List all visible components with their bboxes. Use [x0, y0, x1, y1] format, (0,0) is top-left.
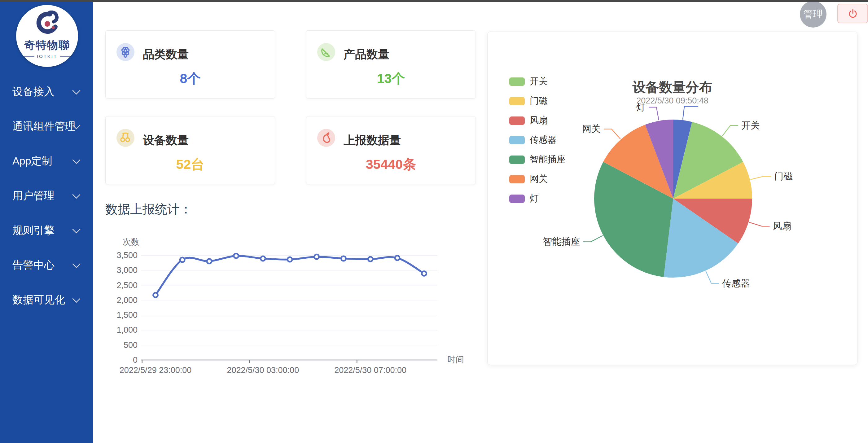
sidebar-item-label: 数据可见化: [12, 293, 65, 307]
legend-label: 风扇: [530, 114, 548, 127]
sidebar-item-user-mgmt[interactable]: 用户管理: [0, 179, 93, 213]
legend-label: 智能插座: [530, 153, 566, 166]
data-point[interactable]: [422, 271, 427, 276]
sidebar-item-data-visibility[interactable]: 数据可见化: [0, 283, 93, 317]
sidebar-item-label: 规则引擎: [12, 223, 55, 238]
legend-swatch: [509, 175, 525, 183]
legend-item-switch[interactable]: 开关: [509, 75, 566, 88]
sidebar-item-label: 设备接入: [12, 85, 55, 99]
report-section-heading: 数据上报统计：: [105, 201, 192, 218]
data-point[interactable]: [180, 257, 185, 262]
pear-icon: [317, 129, 335, 147]
top-window-strip: [0, 0, 868, 2]
lemon-icon: [317, 43, 335, 61]
sidebar-item-label: App定制: [12, 154, 52, 168]
legend-item-smart-socket[interactable]: 智能插座: [509, 153, 566, 166]
legend-swatch: [509, 156, 525, 164]
stat-card-category-count: 品类数量 8个: [105, 30, 275, 98]
data-point[interactable]: [368, 257, 373, 261]
sidebar-item-alert-center[interactable]: 告警中心: [0, 248, 93, 283]
stat-label: 上报数据量: [344, 133, 401, 148]
stat-card-product-count: 产品数量 13个: [306, 30, 476, 98]
avatar-label: 管理: [803, 8, 823, 21]
y-axis-name: 次数: [123, 237, 140, 247]
cherry-icon: [117, 129, 134, 147]
iotkit-swirl-icon: [34, 10, 60, 37]
y-tick-label: 1,000: [117, 325, 137, 335]
avatar[interactable]: 管理: [800, 1, 827, 28]
pie-label-line-unnamed: [683, 106, 698, 120]
pie-label-line-gateway: [604, 129, 620, 139]
pie-label-line-sensor: [706, 271, 719, 283]
brand-title: 奇特物聯: [24, 38, 70, 52]
y-tick-label: 1,500: [117, 310, 137, 320]
logout-power-button[interactable]: [837, 4, 868, 23]
report-line-chart[interactable]: 次数05001,0001,5002,0002,5003,0003,5002022…: [115, 232, 486, 381]
x-tick-label: 2022/5/29 23:00:00: [120, 366, 192, 375]
legend-swatch: [509, 136, 525, 145]
stat-value: 13个: [306, 70, 475, 88]
y-tick-label: 2,500: [117, 281, 137, 290]
data-point[interactable]: [287, 257, 292, 262]
chevron-down-icon: [72, 87, 81, 95]
pie-label-smart-socket: 智能插座: [543, 236, 580, 247]
sidebar-menu: 设备接入 通讯组件管理 App定制 用户管理 规则引擎 告警中心 数据可见化: [0, 74, 93, 317]
stat-card-device-count: 设备数量 52台: [105, 116, 275, 184]
pie-label-sensor: 传感器: [722, 278, 750, 288]
chevron-down-icon: [72, 260, 81, 268]
chevron-down-icon: [72, 225, 81, 233]
data-point[interactable]: [314, 254, 319, 259]
chevron-down-icon: [72, 156, 81, 164]
sidebar-item-rule-engine[interactable]: 规则引擎: [0, 213, 93, 248]
stat-label: 品类数量: [143, 47, 189, 62]
pie-label-line-lamp: [649, 107, 659, 120]
pie-label-line-door-magnet: [751, 176, 771, 179]
data-point[interactable]: [234, 253, 239, 258]
sidebar-item-device-access[interactable]: 设备接入: [0, 74, 93, 109]
data-point[interactable]: [395, 256, 400, 260]
data-point[interactable]: [341, 256, 346, 261]
legend-item-sensor[interactable]: 传感器: [509, 134, 566, 146]
brand-subtitle: IOTKIT: [24, 54, 70, 59]
sidebar: 奇特物聯 IOTKIT 设备接入 通讯组件管理 App定制 用户管理 规则引擎: [0, 0, 93, 443]
legend-swatch: [509, 194, 525, 203]
legend-item-lamp[interactable]: 灯: [509, 192, 566, 205]
legend-item-fan[interactable]: 风扇: [509, 114, 566, 127]
y-tick-label: 3,000: [117, 265, 137, 275]
x-tick-label: 2022/5/30 03:00:00: [227, 366, 299, 375]
legend-item-gateway[interactable]: 网关: [509, 173, 566, 185]
y-tick-label: 0: [133, 355, 137, 365]
legend-swatch: [509, 117, 525, 125]
power-icon: [847, 8, 859, 19]
legend-label: 开关: [530, 75, 548, 88]
pie-label-line-switch: [722, 125, 738, 136]
grapes-icon: [117, 43, 134, 61]
data-point[interactable]: [207, 259, 212, 264]
legend-item-door-magnet[interactable]: 门磁: [509, 95, 566, 107]
legend-swatch: [509, 97, 525, 105]
sidebar-item-label: 用户管理: [12, 189, 55, 203]
legend-label: 门磁: [530, 95, 548, 107]
x-tick-label: 2022/5/30 07:00:00: [334, 366, 406, 375]
stat-label: 设备数量: [143, 133, 189, 148]
pie-label-lamp: 灯: [636, 102, 646, 112]
sidebar-item-app-custom[interactable]: App定制: [0, 144, 93, 179]
chevron-down-icon: [72, 191, 81, 199]
x-axis-name: 时间: [447, 355, 464, 364]
pie-label-line-smart-socket: [583, 235, 602, 242]
legend-label: 传感器: [530, 134, 557, 146]
stat-value: 8个: [105, 70, 275, 88]
sidebar-item-label: 告警中心: [12, 258, 55, 272]
brand-logo: 奇特物聯 IOTKIT: [16, 5, 78, 67]
brand-subtitle-text: IOTKIT: [37, 54, 57, 59]
pie-label-gateway: 网关: [582, 124, 601, 134]
legend-swatch: [509, 77, 525, 86]
pie-legend: 开关门磁风扇传感器智能插座网关灯: [509, 75, 566, 205]
pie-label-fan: 风扇: [773, 221, 791, 231]
data-point[interactable]: [153, 293, 158, 297]
rule-left: [24, 56, 34, 57]
sidebar-item-comm-components[interactable]: 通讯组件管理: [0, 109, 93, 144]
data-point[interactable]: [260, 256, 265, 261]
sidebar-item-label: 通讯组件管理: [12, 119, 75, 133]
pie-label-line-fan: [749, 222, 770, 226]
